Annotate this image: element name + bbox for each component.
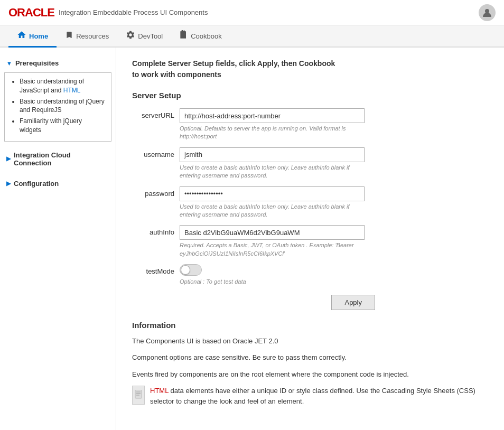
info-text-1: The Components UI is based on Oracle JET… <box>132 336 278 347</box>
form-group-testmode: testMode Optional : To get test data <box>132 264 488 286</box>
sidebar-header-configuration[interactable]: ▶ Configuration <box>0 176 116 191</box>
serverurl-input[interactable] <box>180 108 365 123</box>
user-avatar[interactable] <box>479 4 496 21</box>
username-field-wrap: Used to create a basic authInfo token on… <box>180 147 365 180</box>
info-text-3: Events fired by components are on the ro… <box>132 369 409 380</box>
form-group-username: username Used to create a basic authInfo… <box>132 147 488 180</box>
configuration-arrow-icon: ▶ <box>6 180 11 187</box>
nav-label-home: Home <box>29 32 48 40</box>
info-item-icon-box <box>132 386 145 405</box>
toggle-knob <box>181 265 190 275</box>
information-section: Information The Components UI is based o… <box>132 321 488 407</box>
sidebar-header-integration[interactable]: ▶ Integration Cloud Connection <box>0 148 116 170</box>
sidebar-section-integration: ▶ Integration Cloud Connection <box>0 148 116 170</box>
header-title: Integration Embeddable Process UI Compon… <box>59 8 208 16</box>
header-left: ORACLE Integration Embeddable Process UI… <box>8 6 208 20</box>
username-input[interactable] <box>180 147 365 162</box>
nav-item-resources[interactable]: Resources <box>57 26 117 48</box>
password-label: password <box>132 186 180 198</box>
info-item-1: The Components UI is based on Oracle JET… <box>132 336 488 347</box>
information-title: Information <box>132 321 488 330</box>
server-setup-form: serverURL Optional. Defaults to server t… <box>132 108 488 310</box>
form-group-password: password Used to create a basic authInfo… <box>132 186 488 219</box>
username-hint: Used to create a basic authInfo token on… <box>180 164 365 180</box>
sidebar-section-configuration: ▶ Configuration <box>0 176 116 191</box>
nav-label-devtool: DevTool <box>138 32 163 40</box>
authinfo-field-wrap: Required. Accepts a Basic, JWT, or OAuth… <box>180 225 365 258</box>
page-instruction: Complete Server Setup fields, click Appl… <box>132 58 488 80</box>
prereq-item-2: Basic understanding of jQuery and Requir… <box>20 97 105 115</box>
password-input[interactable] <box>180 186 365 201</box>
testmode-label: testMode <box>132 264 180 275</box>
content-area: Complete Server Setup fields, click Appl… <box>116 48 504 430</box>
sidebar: ▼ Prerequisites Basic understanding of J… <box>0 48 116 430</box>
oracle-logo: ORACLE <box>8 6 54 20</box>
sidebar-section-prerequisites: ▼ Prerequisites Basic understanding of J… <box>0 56 116 142</box>
nav-bar: Home Resources DevTool Cookbook <box>0 25 504 48</box>
authinfo-hint: Required. Accepts a Basic, JWT, or OAuth… <box>180 241 365 258</box>
apply-button[interactable]: Apply <box>331 295 375 310</box>
html-link-2[interactable]: HTML <box>150 387 169 395</box>
sidebar-header-prerequisites[interactable]: ▼ Prerequisites <box>0 56 116 70</box>
form-group-serverurl: serverURL Optional. Defaults to server t… <box>132 108 488 141</box>
form-group-authinfo: authInfo Required. Accepts a Basic, JWT,… <box>132 225 488 258</box>
testmode-field-wrap: Optional : To get test data <box>180 264 365 286</box>
info-item-3: Events fired by components are on the ro… <box>132 369 488 380</box>
apply-btn-row: Apply <box>132 295 375 310</box>
prereq-item-3: Familiarity with jQuery widgets <box>20 117 105 135</box>
header: ORACLE Integration Embeddable Process UI… <box>0 0 504 25</box>
authinfo-input[interactable] <box>180 225 365 240</box>
info-item-4: HTML data elements have either a unique … <box>132 386 488 406</box>
svg-rect-1 <box>135 390 142 398</box>
info-item-2: Component options are case sensitive. Be… <box>132 352 488 363</box>
info-text-4: HTML data elements have either a unique … <box>150 386 488 406</box>
server-setup-title: Server Setup <box>132 91 488 100</box>
prerequisites-content: Basic understanding of JavaScript and HT… <box>4 72 111 142</box>
main-container: ▼ Prerequisites Basic understanding of J… <box>0 48 504 430</box>
svg-point-0 <box>485 9 489 13</box>
configuration-label: Configuration <box>14 180 59 188</box>
testmode-toggle[interactable] <box>180 264 202 276</box>
testmode-hint: Optional : To get test data <box>180 278 246 286</box>
nav-item-home[interactable]: Home <box>8 26 57 48</box>
prerequisites-arrow-icon: ▼ <box>6 60 12 67</box>
serverurl-hint: Optional. Defaults to server the app is … <box>180 125 365 141</box>
home-icon <box>17 30 26 42</box>
authinfo-label: authInfo <box>132 225 180 236</box>
password-hint: Used to create a basic authInfo token on… <box>180 203 365 219</box>
integration-label: Integration Cloud Connection <box>14 151 109 167</box>
username-label: username <box>132 147 180 158</box>
testmode-toggle-wrap: Optional : To get test data <box>180 264 365 286</box>
nav-label-resources: Resources <box>76 32 109 40</box>
nav-label-cookbook: Cookbook <box>191 32 222 40</box>
prerequisites-label: Prerequisites <box>15 59 59 67</box>
resources-icon <box>65 30 73 42</box>
info-text-2: Component options are case sensitive. Be… <box>132 352 347 363</box>
nav-item-cookbook[interactable]: Cookbook <box>171 26 230 48</box>
cookbook-icon <box>180 30 188 42</box>
html-link[interactable]: HTML <box>63 87 81 94</box>
serverurl-label: serverURL <box>132 108 180 119</box>
serverurl-field-wrap: Optional. Defaults to server the app is … <box>180 108 365 141</box>
password-field-wrap: Used to create a basic authInfo token on… <box>180 186 365 219</box>
devtool-icon <box>126 30 135 42</box>
prereq-item-1: Basic understanding of JavaScript and HT… <box>20 77 105 95</box>
integration-arrow-icon: ▶ <box>6 155 11 162</box>
nav-item-devtool[interactable]: DevTool <box>117 26 171 48</box>
